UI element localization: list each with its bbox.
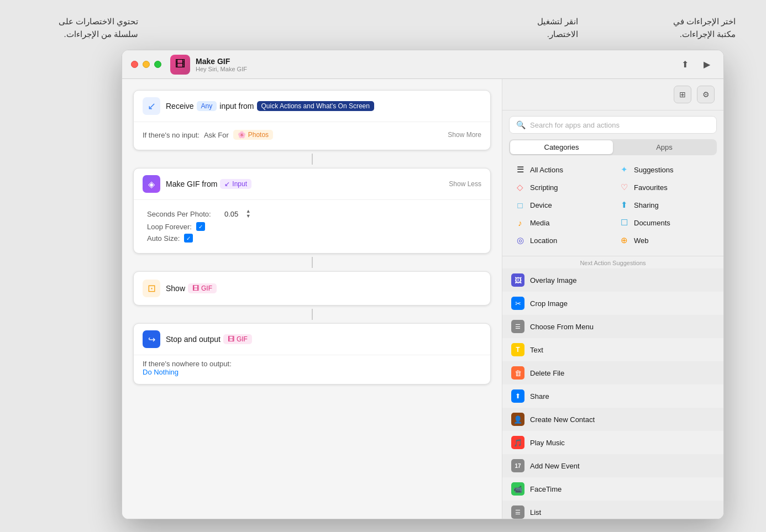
share-button[interactable]: ⬆ <box>677 57 692 72</box>
seconds-row: Seconds Per Photo: 0.05 ▲ ▼ <box>143 209 481 219</box>
make-gif-icon: ◈ <box>143 175 160 193</box>
suggestions-icon: ✦ <box>618 165 629 175</box>
category-all-actions[interactable]: ☰ All Actions <box>509 161 613 178</box>
minimize-button[interactable] <box>143 61 150 68</box>
stop-body: If there's nowhere to output: Do Nothing <box>134 355 490 384</box>
device-label: Device <box>530 201 552 209</box>
title-text-group: Make GIF Hey Siri, Make GIF <box>196 57 247 72</box>
receive-icon: ↙ <box>143 97 160 115</box>
create-contact-label: Create New Contact <box>530 415 595 424</box>
suggestion-play-music[interactable]: 🎵 Play Music <box>502 431 723 454</box>
favourites-label: Favourites <box>634 183 668 192</box>
loop-checkbox[interactable]: ✓ <box>196 222 205 231</box>
overlay-image-label: Overlay Image <box>530 276 577 285</box>
maximize-button[interactable] <box>154 61 161 68</box>
facetime-icon: 📹 <box>511 482 524 496</box>
all-actions-icon: ☰ <box>515 165 526 175</box>
app-window: 🎞 Make GIF Hey Siri, Make GIF ⬆ ▶ ↙ Rece… <box>122 50 724 519</box>
category-device[interactable]: □ Device <box>509 196 613 214</box>
overlay-image-icon: 🖼 <box>511 273 524 287</box>
action-receive[interactable]: ↙ Receive Any input from Quick Actions a… <box>133 90 491 150</box>
category-web[interactable]: ⊕ Web <box>613 231 717 249</box>
category-suggestions[interactable]: ✦ Suggestions <box>613 161 717 178</box>
annotation-middle: انقر لتشغيلالاختصار. <box>479 15 578 40</box>
scripting-icon: ◇ <box>515 182 526 192</box>
category-favourites[interactable]: ♡ Favourites <box>613 178 717 196</box>
source-badge[interactable]: Quick Actions and What's On Screen <box>257 101 374 111</box>
suggestion-list[interactable]: 🖼 Overlay Image ✂ Crop Image ☰ Choose Fr… <box>502 268 723 519</box>
category-media[interactable]: ♪ Media <box>509 214 613 231</box>
loop-row: Loop Forever: ✓ <box>143 222 481 231</box>
app-icon: 🎞 <box>170 55 190 75</box>
text-label: Text <box>530 346 543 354</box>
photos-badge[interactable]: 🌸 Photos <box>233 130 273 140</box>
choose-menu-icon: ☰ <box>511 320 524 333</box>
do-nothing-link[interactable]: Do Nothing <box>143 368 179 376</box>
categories-grid: ☰ All Actions ✦ Suggestions ◇ Scripting … <box>509 161 717 249</box>
traffic-lights <box>131 61 161 68</box>
show-more-btn[interactable]: Show More <box>448 131 481 139</box>
tab-switcher: Categories Apps <box>509 139 717 155</box>
action-stop-output[interactable]: ↪ Stop and output 🎞 GIF If there's nowhe… <box>133 323 491 384</box>
stop-output-header: ↪ Stop and output 🎞 GIF <box>134 324 490 355</box>
annotation-left: تحتوي الاختصارات علىسلسلة من الإجراءات. <box>17 15 138 40</box>
make-gif-header: ◈ Make GIF from ↙ Input Show Less <box>134 168 490 199</box>
gif-badge-1[interactable]: 🎞 GIF <box>188 283 217 293</box>
any-badge[interactable]: Any <box>197 101 217 111</box>
choose-menu-label: Choose From Menu <box>530 323 594 331</box>
media-icon: ♪ <box>515 218 526 228</box>
search-placeholder: Search for apps and actions <box>530 121 620 129</box>
action-show-gif[interactable]: ⊡ Show 🎞 GIF <box>133 271 491 305</box>
title-actions: ⬆ ▶ <box>677 57 715 72</box>
list-label: List <box>530 508 541 517</box>
search-bar[interactable]: 🔍 Search for apps and actions <box>509 116 717 134</box>
make-gif-title: Make GIF from ↙ Input <box>166 179 449 189</box>
window-subtitle: Hey Siri, Make GIF <box>196 66 247 72</box>
web-icon: ⊕ <box>618 235 629 245</box>
seconds-stepper[interactable]: ▲ ▼ <box>243 209 254 219</box>
autosize-checkbox[interactable]: ✓ <box>184 234 193 243</box>
category-scripting[interactable]: ◇ Scripting <box>509 178 613 196</box>
gif-badge-2[interactable]: 🎞 GIF <box>223 334 252 344</box>
sharing-icon: ⬆ <box>618 200 629 210</box>
close-button[interactable] <box>131 61 138 68</box>
ask-for-row: If there's no input: Ask For 🌸 Photos Sh… <box>143 128 481 142</box>
device-icon: □ <box>515 201 526 210</box>
tab-apps[interactable]: Apps <box>613 140 716 154</box>
action-receive-header: ↙ Receive Any input from Quick Actions a… <box>134 91 490 122</box>
list-icon: ☰ <box>511 505 524 519</box>
category-documents[interactable]: ☐ Documents <box>613 214 717 231</box>
category-sharing[interactable]: ⬆ Sharing <box>613 196 717 214</box>
show-gif-header: ⊡ Show 🎞 GIF <box>134 272 490 305</box>
show-gif-icon: ⊡ <box>143 280 160 297</box>
suggestion-add-event[interactable]: 17 Add New Event <box>502 454 723 477</box>
web-label: Web <box>634 236 649 245</box>
location-label: Location <box>530 236 557 245</box>
action-make-gif[interactable]: ◈ Make GIF from ↙ Input Show Less Second… <box>133 168 491 254</box>
suggestion-overlay-image[interactable]: 🖼 Overlay Image <box>502 268 723 292</box>
suggestion-crop-image[interactable]: ✂ Crop Image <box>502 292 723 315</box>
suggestion-choose-menu[interactable]: ☰ Choose From Menu <box>502 315 723 338</box>
workflow-panel[interactable]: ↙ Receive Any input from Quick Actions a… <box>122 79 502 519</box>
suggestion-create-contact[interactable]: 👤 Create New Contact <box>502 408 723 431</box>
text-icon: T <box>511 343 524 356</box>
play-music-icon: 🎵 <box>511 436 524 449</box>
suggestion-delete-file[interactable]: 🗑 Delete File <box>502 361 723 384</box>
documents-label: Documents <box>634 219 670 227</box>
suggestion-share[interactable]: ⬆ Share <box>502 384 723 408</box>
add-action-button[interactable]: ⊞ <box>674 86 691 103</box>
suggestion-facetime[interactable]: 📹 FaceTime <box>502 477 723 501</box>
all-actions-label: All Actions <box>530 166 563 174</box>
filter-button[interactable]: ⚙ <box>697 86 715 103</box>
play-button[interactable]: ▶ <box>699 57 715 72</box>
autosize-row: Auto Size: ✓ <box>143 234 481 243</box>
category-location[interactable]: ◎ Location <box>509 231 613 249</box>
stepper-down[interactable]: ▼ <box>243 214 254 219</box>
show-less-btn[interactable]: Show Less <box>449 180 481 188</box>
tab-categories[interactable]: Categories <box>510 140 613 154</box>
search-icon: 🔍 <box>516 120 526 129</box>
suggestion-text[interactable]: T Text <box>502 338 723 361</box>
actions-panel-header: ⊞ ⚙ <box>502 79 723 110</box>
input-badge[interactable]: ↙ Input <box>220 179 251 189</box>
suggestion-list[interactable]: ☰ List <box>502 501 723 519</box>
